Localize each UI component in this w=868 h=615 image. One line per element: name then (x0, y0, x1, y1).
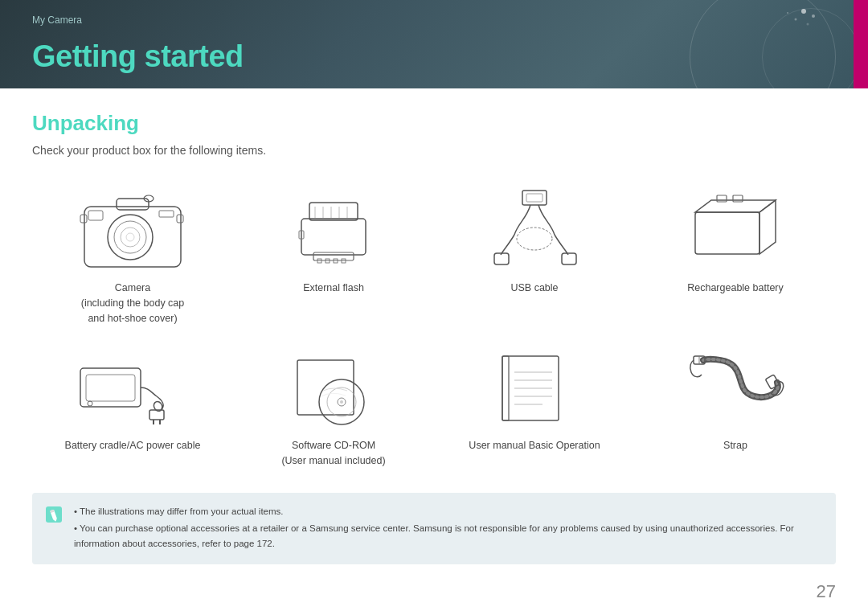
flash-label: External flash (303, 281, 364, 296)
svg-rect-30 (526, 194, 542, 202)
battery-illustration (671, 184, 800, 273)
section-subtitle: Check your product box for the following… (32, 144, 836, 157)
svg-rect-29 (522, 191, 547, 205)
svg-point-9 (121, 228, 140, 247)
breadcrumb: My Camera (32, 14, 82, 26)
flash-illustration (269, 184, 398, 273)
svg-rect-51 (502, 356, 509, 420)
items-grid: Camera(including the body capand hot-sho… (32, 176, 836, 477)
svg-point-33 (517, 228, 552, 250)
svg-point-8 (114, 221, 146, 253)
item-strap: Strap (635, 334, 836, 477)
page-number: 27 (817, 581, 836, 602)
header-decoration (627, 0, 868, 88)
manual-label: User manual Basic Operation (469, 438, 600, 453)
svg-rect-17 (309, 203, 358, 220)
svg-rect-16 (301, 219, 366, 255)
camera-label: Camera(including the body capand hot-sho… (81, 281, 185, 326)
svg-rect-6 (117, 199, 149, 210)
svg-rect-40 (86, 375, 135, 401)
svg-point-2 (795, 18, 797, 21)
usb-label: USB cable (510, 281, 558, 296)
svg-rect-37 (717, 195, 727, 202)
svg-point-3 (787, 12, 788, 14)
note-text: The illustrations may differ from your a… (74, 504, 823, 551)
item-flash: External flash (233, 176, 434, 334)
item-battery: Rechargeable battery (635, 176, 836, 334)
item-manual: User manual Basic Operation (434, 334, 635, 477)
svg-rect-32 (562, 253, 576, 264)
cradle-illustration (68, 342, 197, 430)
battery-label: Rechargeable battery (687, 281, 784, 296)
page-header: My Camera Getting started (0, 0, 868, 88)
svg-point-0 (801, 9, 806, 14)
svg-rect-38 (733, 195, 743, 202)
note-box: The illustrations may differ from your a… (32, 493, 836, 564)
svg-rect-42 (149, 410, 164, 420)
page-title: Getting started (32, 39, 244, 74)
manual-illustration (470, 342, 599, 430)
svg-rect-12 (159, 211, 174, 217)
svg-rect-45 (297, 360, 354, 415)
camera-illustration (68, 184, 197, 273)
item-battery-cradle: Battery cradle/AC power cable (32, 334, 233, 477)
strap-label: Strap (723, 438, 747, 453)
svg-rect-11 (88, 211, 103, 220)
usb-illustration (470, 184, 599, 273)
svg-rect-5 (84, 207, 181, 267)
svg-point-10 (126, 233, 134, 241)
svg-point-41 (88, 401, 92, 406)
page-content: Unpacking Check your product box for the… (0, 88, 868, 580)
cd-illustration (269, 342, 398, 430)
cradle-label: Battery cradle/AC power cable (65, 438, 201, 453)
svg-marker-36 (760, 200, 776, 254)
note-icon (43, 504, 64, 525)
svg-point-49 (340, 400, 343, 404)
svg-rect-14 (80, 215, 87, 223)
header-dots (755, 6, 820, 39)
svg-rect-34 (695, 212, 760, 254)
note-line-1: The illustrations may differ from your a… (74, 504, 823, 519)
svg-point-4 (807, 23, 809, 26)
strap-illustration (671, 342, 800, 430)
item-usb: USB cable (434, 176, 635, 334)
svg-point-1 (812, 14, 815, 18)
svg-rect-31 (494, 253, 509, 264)
section-title: Unpacking (32, 111, 836, 136)
note-line-2: You can purchase optional accessories at… (74, 521, 823, 551)
cd-label: Software CD-ROM(User manual included) (281, 438, 385, 469)
pink-accent-bar (854, 0, 868, 88)
svg-rect-15 (177, 215, 183, 223)
item-camera: Camera(including the body capand hot-sho… (32, 176, 233, 334)
item-cd: Software CD-ROM(User manual included) (233, 334, 434, 477)
